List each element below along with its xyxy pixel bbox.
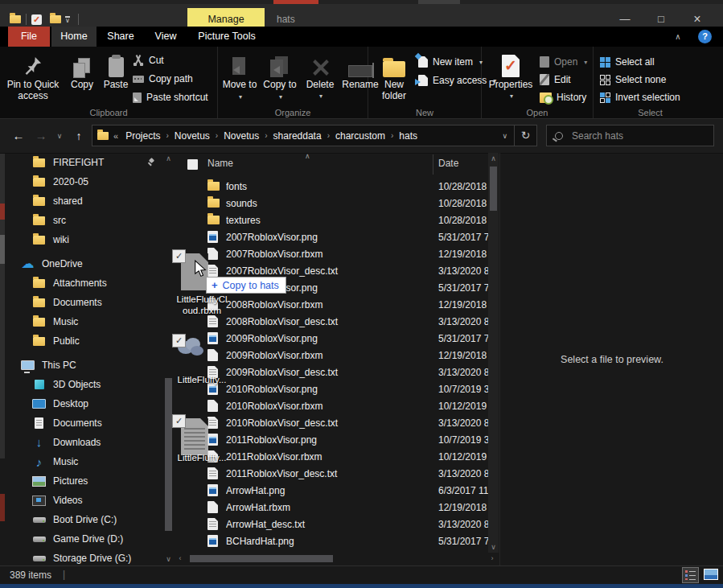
sidebar-item[interactable]: src xyxy=(0,211,163,230)
table-row[interactable]: 2007RobloxVisor.rbxm 12/19/2018 xyxy=(174,245,488,262)
file-list-horizontal-scrollbar[interactable]: ‹ › xyxy=(174,553,499,564)
move-to-button[interactable]: Move to ▾ xyxy=(221,51,258,102)
paste-button[interactable]: Paste xyxy=(100,51,132,91)
select-none-button[interactable]: Select none xyxy=(600,72,666,87)
customize-toolbar-chevron-icon[interactable]: ∨ xyxy=(65,16,70,23)
sidebar-item[interactable]: Pictures xyxy=(0,471,163,491)
sidebar-item[interactable]: Storage Drive (G:) xyxy=(0,549,163,565)
select-all-checkbox[interactable] xyxy=(187,159,198,170)
search-input[interactable] xyxy=(570,130,702,142)
table-row[interactable]: fonts 10/28/2018 xyxy=(174,178,488,195)
pin-to-quick-access-button[interactable]: Pin to Quick access xyxy=(3,51,63,101)
new-item-button[interactable]: New item ▾ xyxy=(418,55,483,69)
breadcrumb-overflow-icon[interactable]: « xyxy=(113,131,118,141)
sidebar-scrollbar[interactable]: ∧ ∨ xyxy=(163,153,174,565)
forward-button[interactable]: → xyxy=(31,119,51,153)
scroll-right-icon[interactable]: › xyxy=(487,553,497,564)
search-box[interactable] xyxy=(546,125,714,146)
address-dropdown-chevron-icon[interactable]: ∨ xyxy=(502,132,507,140)
scroll-down-icon[interactable]: ∨ xyxy=(163,555,174,563)
details-view-button[interactable] xyxy=(682,567,699,583)
column-header-date[interactable]: Date xyxy=(438,158,458,169)
folder-icon[interactable] xyxy=(10,15,21,23)
sidebar-item[interactable]: shared xyxy=(0,191,163,211)
table-row[interactable]: textures 10/28/2018 xyxy=(174,212,488,228)
table-row[interactable]: sounds 10/28/2018 xyxy=(174,195,488,212)
table-row[interactable]: 2011RobloxVisor_desc.txt 3/13/2020 8 xyxy=(174,465,488,482)
table-row[interactable]: 2007RobloxVisor.png 5/31/2017 7 xyxy=(174,228,488,245)
select-all-button[interactable]: Select all xyxy=(600,55,655,69)
tab-home[interactable]: Home xyxy=(51,27,97,47)
sidebar-item[interactable]: ☁ OneDrive xyxy=(0,254,163,273)
edit-button[interactable]: Edit xyxy=(540,72,571,87)
sidebar-item[interactable]: Game Drive (D:) xyxy=(0,529,163,549)
breadcrumb-label[interactable]: hats xyxy=(393,130,423,142)
column-header-name[interactable]: Name xyxy=(207,158,233,169)
breadcrumb-segment[interactable]: Novetus › xyxy=(169,130,218,142)
collapse-ribbon-icon[interactable]: ∧ xyxy=(668,27,688,47)
sidebar-item[interactable]: ↓ Downloads xyxy=(0,433,163,452)
scrollbar-thumb[interactable] xyxy=(190,555,333,562)
address-bar[interactable]: « Projects › Novetus › Novetus › sharedd… xyxy=(92,125,515,146)
scroll-left-icon[interactable]: ‹ xyxy=(175,553,185,564)
sidebar-item[interactable]: Music xyxy=(0,312,163,331)
copy-button[interactable]: Copy xyxy=(66,51,98,91)
paste-shortcut-button[interactable]: Paste shortcut xyxy=(133,90,208,105)
table-row[interactable]: ArrowHat.png 6/3/2017 11 xyxy=(174,482,488,499)
up-button[interactable]: ↑ xyxy=(69,119,88,153)
tab-view[interactable]: View xyxy=(145,27,187,47)
breadcrumb-label[interactable]: Projects xyxy=(120,130,166,142)
copy-path-button[interactable]: Copy path xyxy=(133,72,193,86)
breadcrumb-label[interactable]: shareddata xyxy=(268,130,327,142)
thumbnail-view-button[interactable] xyxy=(704,569,718,580)
breadcrumb-segment[interactable]: Projects › xyxy=(120,130,169,142)
sidebar-item[interactable]: Public xyxy=(0,331,163,351)
sidebar-item[interactable]: Attachments xyxy=(0,273,163,293)
table-row[interactable]: ArrowHat.rbxm 12/19/2018 xyxy=(174,499,488,516)
new-folder-button[interactable]: New folder xyxy=(373,51,415,101)
properties-check-icon[interactable]: ✓ xyxy=(31,14,42,25)
history-button[interactable]: History xyxy=(540,90,586,105)
table-row[interactable]: 2010RobloxVisor_desc.txt 3/13/2020 8 xyxy=(174,414,488,431)
breadcrumb-label[interactable]: charcustom xyxy=(330,130,391,142)
sidebar-item[interactable]: wiki xyxy=(0,230,163,249)
sidebar-item[interactable]: FIREFIGHT xyxy=(0,153,163,172)
breadcrumb-segment[interactable]: hats › xyxy=(393,130,423,142)
table-row[interactable]: 2009RobloxVisor.png 5/31/2017 7 xyxy=(174,330,488,347)
tab-share[interactable]: Share xyxy=(98,27,143,47)
scroll-up-icon[interactable]: ∧ xyxy=(488,154,499,162)
table-row[interactable]: BCHardHat.png 5/31/2017 7 xyxy=(174,532,488,549)
breadcrumb-label[interactable]: Novetus xyxy=(218,130,265,142)
cut-button[interactable]: Cut xyxy=(133,53,164,68)
breadcrumb-segment[interactable]: Novetus › xyxy=(218,130,267,142)
copy-to-button[interactable]: Copy to ▾ xyxy=(261,51,298,102)
sidebar-item[interactable]: 2020-05 xyxy=(0,172,163,191)
table-row[interactable]: 2010RobloxVisor.rbxm 10/12/2019 xyxy=(174,397,488,414)
scroll-down-icon[interactable]: ∨ xyxy=(488,543,499,551)
refresh-button[interactable]: ↻ xyxy=(515,125,537,146)
scroll-up-icon[interactable]: ∧ xyxy=(163,154,174,162)
column-divider[interactable] xyxy=(433,154,433,175)
sidebar-item[interactable]: Documents xyxy=(0,413,163,433)
folder-icon[interactable] xyxy=(50,15,61,23)
table-row[interactable]: ArrowHat_desc.txt 3/13/2020 8 xyxy=(174,516,488,532)
breadcrumb-segment[interactable]: shareddata › xyxy=(268,130,330,142)
sidebar-item[interactable]: This PC xyxy=(0,356,163,375)
help-icon[interactable]: ? xyxy=(698,30,712,43)
recent-locations-chevron-icon[interactable]: ∨ xyxy=(51,119,68,153)
tab-file[interactable]: File xyxy=(8,27,50,47)
scrollbar-thumb[interactable] xyxy=(490,167,497,211)
sidebar-item[interactable]: 3D Objects xyxy=(0,375,163,394)
sidebar-item[interactable]: ♪ Music xyxy=(0,452,163,471)
invert-selection-button[interactable]: Invert selection xyxy=(600,90,680,105)
sidebar-item[interactable]: Videos xyxy=(0,491,163,510)
sidebar-item[interactable]: Desktop xyxy=(0,394,163,413)
table-row[interactable]: 2009RobloxVisor.rbxm 12/19/2018 xyxy=(174,347,488,364)
file-list-vertical-scrollbar[interactable]: ∧ ∨ xyxy=(488,153,499,553)
back-button[interactable]: ← xyxy=(8,119,29,153)
breadcrumb-label[interactable]: Novetus xyxy=(169,130,216,142)
table-row[interactable]: 2011RobloxVisor.png 10/7/2019 3 xyxy=(174,431,488,448)
delete-button[interactable]: Delete ▾ xyxy=(302,51,339,101)
tab-picture-tools[interactable]: Picture Tools xyxy=(188,27,265,47)
open-button[interactable]: Open ▾ xyxy=(540,55,587,69)
